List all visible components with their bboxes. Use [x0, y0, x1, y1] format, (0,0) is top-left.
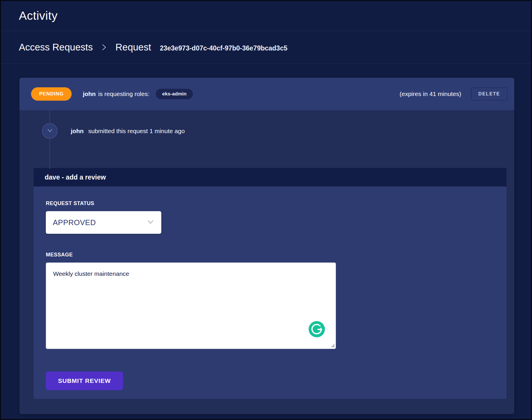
- request-card-body: john submitted this request 1 minute ago…: [19, 110, 514, 414]
- review-panel-body: REQUEST STATUS APPROVED MESSAGE Weekly c…: [34, 187, 506, 399]
- breadcrumb: Access Requests Request 23e3e973-d07c-40…: [1, 31, 531, 64]
- timeline-toggle[interactable]: [42, 123, 57, 139]
- chevron-right-icon: [100, 42, 108, 52]
- breadcrumb-access-requests[interactable]: Access Requests: [19, 42, 93, 53]
- timeline-event-action: submitted this request 1 minute ago: [88, 128, 185, 134]
- request-status-select[interactable]: APPROVED: [46, 211, 161, 234]
- request-card: PENDING john is requesting roles: eks-ad…: [19, 78, 514, 414]
- message-field-wrap: Weekly cluster maintenance: [46, 262, 336, 349]
- breadcrumb-request: Request: [115, 42, 151, 53]
- request-status-label: REQUEST STATUS: [46, 200, 94, 206]
- requester-name: john: [83, 90, 95, 97]
- message-label: MESSAGE: [46, 252, 495, 258]
- chevron-down-icon: [46, 126, 54, 136]
- status-badge: PENDING: [31, 87, 72, 101]
- request-status-value: APPROVED: [53, 218, 146, 227]
- request-id: 23e3e973-d07c-40cf-97b0-36e79bcad3c5: [160, 44, 287, 52]
- review-panel: dave - add a review REQUEST STATUS APPRO…: [34, 168, 506, 399]
- timeline-event-user: john: [71, 128, 84, 134]
- grammarly-icon[interactable]: [309, 321, 325, 337]
- main-content: PENDING john is requesting roles: eks-ad…: [1, 64, 531, 414]
- request-summary-text: is requesting roles:: [98, 90, 149, 97]
- submit-review-button[interactable]: SUBMIT REVIEW: [46, 372, 123, 390]
- page-title: Activity: [19, 9, 58, 23]
- page-header: Activity: [1, 1, 531, 31]
- review-panel-title: dave - add a review: [45, 173, 106, 181]
- expires-text: (expires in 41 minutes): [399, 90, 461, 97]
- request-card-header: PENDING john is requesting roles: eks-ad…: [19, 78, 514, 110]
- timeline-event: john submitted this request 1 minute ago: [42, 110, 514, 139]
- request-summary: john is requesting roles:: [83, 90, 149, 97]
- activity-page: Activity Access Requests Request 23e3e97…: [0, 0, 532, 420]
- resize-handle-icon[interactable]: [330, 343, 335, 348]
- timeline-event-text: john submitted this request 1 minute ago: [71, 128, 185, 135]
- chevron-down-icon: [146, 218, 155, 227]
- review-panel-header: dave - add a review: [34, 168, 506, 187]
- message-textarea[interactable]: Weekly cluster maintenance: [46, 262, 336, 349]
- role-badge: eks-admin: [156, 89, 193, 99]
- delete-button[interactable]: DELETE: [471, 88, 507, 100]
